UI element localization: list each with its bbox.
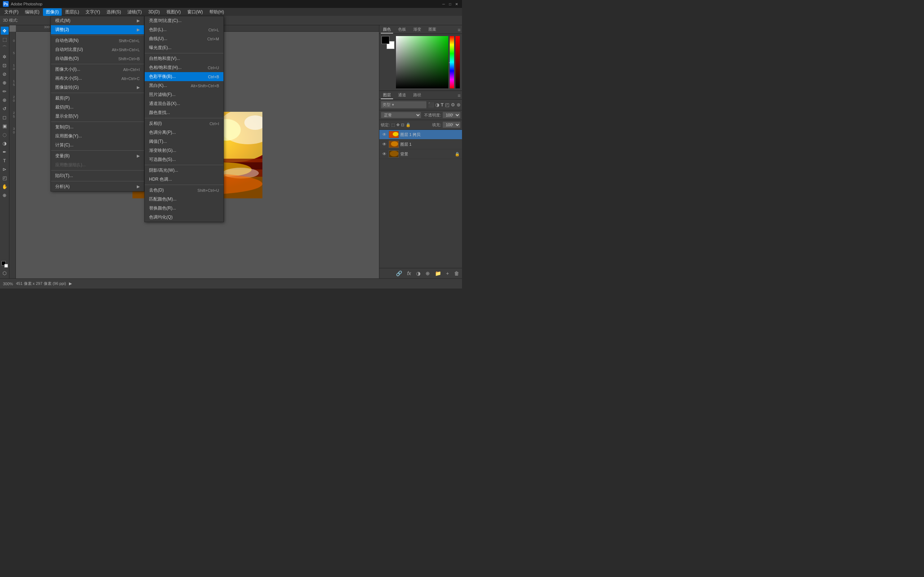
tool-shape[interactable]: ◰ [1,174,9,182]
alpha-bar[interactable] [456,36,460,89]
menu-calculations[interactable]: 计算(C)... [51,141,144,150]
menu-crop[interactable]: 裁剪(P) [51,94,144,103]
color-panel-options[interactable]: ≡ [458,27,460,33]
adj-brightness[interactable]: 亮度/对比度(C)... [145,16,223,25]
layers-filter-smart[interactable]: ⚙ [451,102,455,108]
tool-history-brush[interactable]: ↺ [1,105,9,113]
tool-brush[interactable]: ✏ [1,87,9,95]
tool-clone[interactable]: ⊛ [1,96,9,104]
menu-analysis[interactable]: 分析(A) ▶ [51,182,144,191]
menu-image-size[interactable]: 图像大小(I)... Alt+Ctrl+I [51,65,144,74]
tab-color[interactable]: 颜色 [381,26,393,34]
tool-move[interactable]: ✥ [1,27,9,35]
menu-image[interactable]: 图像(I) [43,8,61,16]
tab-paths[interactable]: 路径 [411,92,423,99]
layers-search[interactable]: 类型 ▾ [381,101,426,108]
lock-position-btn[interactable]: ✥ [396,122,399,127]
menu-adjust[interactable]: 调整(J) ▶ [51,25,144,34]
hue-bar[interactable] [450,36,454,89]
adj-levels[interactable]: 色阶(L)... Ctrl+L [145,25,223,34]
tab-channels[interactable]: 通道 [396,92,408,99]
menu-auto-color[interactable]: 自动颜色(O) Shift+Ctrl+B [51,54,144,63]
restore-button[interactable]: □ [447,2,452,6]
adj-hdr-toning[interactable]: HDR 色调... [145,175,223,184]
layers-group-btn[interactable]: 📁 [433,270,443,277]
tool-magic-wand[interactable]: ✲ [1,53,9,61]
adj-replace-color[interactable]: 替换颜色(R)... [145,204,223,213]
fg-color-swatch[interactable] [381,36,389,44]
layers-filter-adj[interactable]: ◑ [435,102,439,108]
lock-all-btn[interactable]: 🔒 [406,122,411,127]
adj-shadows-highlights[interactable]: 阴影/高光(W)... [145,166,223,175]
lock-artboard-btn[interactable]: ⊡ [401,122,404,127]
layers-fill[interactable]: 100% [443,121,460,128]
tool-blur[interactable]: ◌ [1,131,9,139]
layers-adj-btn[interactable]: ⊕ [424,270,431,277]
tool-quick-mask[interactable]: ⬡ [1,269,9,277]
layer-item-background[interactable]: 👁 背景 🔒 [380,149,462,159]
tool-type[interactable]: T [1,156,9,164]
menu-apply-image[interactable]: 应用图像(Y)... [51,132,144,141]
adj-desaturate[interactable]: 去色(D) Shift+Ctrl+U [145,186,223,195]
adj-black-white[interactable]: 黑白(K)... Alt+Shift+Ctrl+B [145,81,223,90]
tool-hand[interactable]: ✋ [1,182,9,190]
menu-window[interactable]: 窗口(W) [184,8,206,16]
tool-eraser[interactable]: ◻ [1,113,9,121]
tool-healing[interactable]: ⊕ [1,79,9,87]
tool-zoom[interactable]: ⊕ [1,191,9,199]
adj-photo-filter[interactable]: 照片滤镜(F)... [145,90,223,99]
adj-vibrance[interactable]: 自然饱和度(V)... [145,54,223,63]
layer-item-layer1-copy[interactable]: 👁 图层 1 拷贝 [380,130,462,140]
background-visibility[interactable]: 👁 [381,151,387,157]
menu-select[interactable]: 选择(S) [103,8,124,16]
menu-auto-tone[interactable]: 自动色调(N) Shift+Ctrl+L [51,36,144,45]
tool-crop[interactable]: ⊡ [1,61,9,69]
layers-new-btn[interactable]: + [445,270,451,277]
layer1-visibility[interactable]: 👁 [381,141,387,147]
adj-equalize[interactable]: 色调均化(Q) [145,213,223,222]
layer-item-layer1[interactable]: 👁 图层 1 [380,140,462,149]
tool-marquee[interactable]: ⬚ [1,35,9,43]
layers-blend-mode[interactable]: 正常 [381,112,421,118]
adj-threshold[interactable]: 阈值(T)... [145,137,223,146]
layers-panel-options[interactable]: ≡ [458,93,460,98]
layers-fx-btn[interactable]: fx [406,270,412,277]
menu-reveal-all[interactable]: 显示全部(V) [51,112,144,121]
menu-file[interactable]: 文件(F) [2,8,21,16]
layers-filter-shape[interactable]: ◰ [445,102,449,108]
layers-filter-toggle[interactable]: ⊛ [457,102,460,108]
adj-exposure[interactable]: 曝光度(E)... [145,43,223,52]
tab-pattern[interactable]: 图案 [426,26,439,34]
layer1-copy-visibility[interactable]: 👁 [381,132,387,137]
tab-gradient[interactable]: 渐变 [411,26,423,34]
layers-filter-text[interactable]: T [441,102,444,108]
layers-filter-pixel[interactable]: ⬛ [428,102,434,108]
menu-layer[interactable]: 图层(L) [63,8,82,16]
adj-posterize[interactable]: 色调分离(P)... [145,128,223,137]
lock-pixels-btn[interactable]: ⬚ [391,122,395,127]
tool-eyedropper[interactable]: ⊘ [1,70,9,78]
menu-canvas-size[interactable]: 画布大小(S)... Alt+Ctrl+C [51,74,144,83]
tab-swatches[interactable]: 色板 [396,26,408,34]
adj-selective-color[interactable]: 可选颜色(S)... [145,155,223,164]
adj-match-color[interactable]: 匹配颜色(M)... [145,195,223,204]
menu-mode[interactable]: 模式(M) ▶ [51,16,144,25]
layers-mask-btn[interactable]: ◑ [415,270,422,277]
tool-path[interactable]: ⊳ [1,165,9,173]
tool-fg-bg[interactable] [1,260,9,268]
tool-pen[interactable]: ✒ [1,148,9,156]
tool-dodge[interactable]: ◑ [1,139,9,147]
adj-color-balance[interactable]: 色彩平衡(B)... Ctrl+B [145,72,223,81]
menu-trap[interactable]: 陷印(T)... [51,171,144,180]
adj-invert[interactable]: 反相(I) Ctrl+I [145,119,223,128]
close-button[interactable]: ✕ [454,2,459,6]
menu-view[interactable]: 视图(V) [163,8,184,16]
layers-delete-btn[interactable]: 🗑 [452,270,460,277]
menu-variables[interactable]: 变量(B) ▶ [51,152,144,161]
layers-opacity[interactable]: 100% [443,112,460,118]
adj-color-lookup[interactable]: 颜色查找... [145,108,223,117]
menu-filter[interactable]: 滤镜(T) [124,8,144,16]
tool-gradient[interactable]: ▣ [1,122,9,130]
menu-3d[interactable]: 3D(D) [145,9,163,15]
menu-help[interactable]: 帮助(H) [207,8,227,16]
